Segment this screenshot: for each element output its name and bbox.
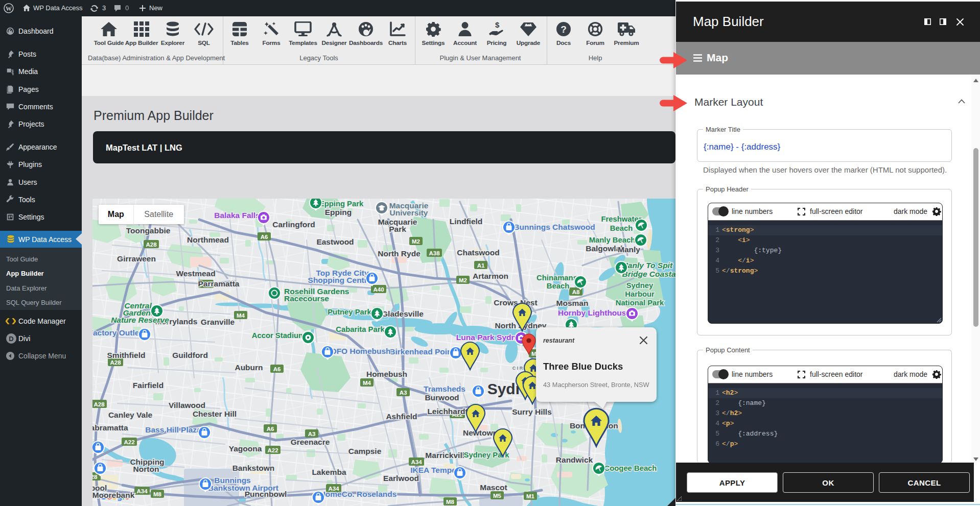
svg-text:M1: M1: [526, 493, 535, 499]
svg-text:Villawood: Villawood: [169, 401, 205, 409]
svg-text:M4: M4: [363, 380, 371, 386]
svg-text:Yagoona: Yagoona: [229, 444, 262, 453]
svg-text:Toongabbie: Toongabbie: [126, 226, 171, 235]
svg-text:Hornby Lighthouse: Hornby Lighthouse: [558, 308, 631, 317]
svg-text:A1: A1: [477, 262, 485, 269]
svg-text:Artarmon: Artarmon: [473, 272, 508, 280]
svg-text:Shopping Centre: Shopping Centre: [308, 276, 372, 284]
svg-text:Granville: Granville: [201, 318, 235, 326]
svg-text:A3: A3: [308, 431, 316, 437]
svg-text:Carlingford: Carlingford: [272, 220, 315, 229]
svg-text:Auburn: Auburn: [235, 363, 263, 372]
svg-text:Epping Park: Epping Park: [319, 200, 364, 208]
svg-text:Canley Vale: Canley Vale: [108, 411, 153, 419]
svg-text:Bunnings Chatswood: Bunnings Chatswood: [514, 223, 595, 231]
svg-text:Beach: Beach: [610, 224, 633, 232]
svg-text:Three Blue Ducks: Three Blue Ducks: [543, 361, 623, 372]
svg-text:Campsie: Campsie: [348, 447, 382, 455]
svg-text:University: University: [390, 208, 428, 217]
svg-text:A28: A28: [110, 359, 121, 366]
svg-text:Harbour: Harbour: [625, 290, 655, 298]
svg-text:Bankstown: Bankstown: [232, 464, 275, 472]
svg-text:Newtown: Newtown: [463, 428, 498, 437]
svg-text:A6: A6: [273, 366, 281, 372]
svg-text:A38: A38: [429, 250, 440, 256]
svg-text:M5: M5: [493, 493, 502, 499]
svg-text:Norton: Norton: [133, 465, 159, 473]
svg-text:M2: M2: [412, 238, 420, 245]
svg-text:A22: A22: [124, 439, 134, 445]
svg-text:Park: Park: [389, 225, 406, 233]
svg-text:Balaka Falls: Balaka Falls: [214, 211, 260, 220]
svg-text:Cabramatta: Cabramatta: [92, 423, 128, 432]
svg-text:Coogee Beach: Coogee Beach: [604, 464, 657, 472]
svg-text:Girraween: Girraween: [117, 254, 156, 263]
svg-text:Gladesville: Gladesville: [382, 309, 424, 318]
svg-text:Mascot: Mascot: [480, 483, 507, 492]
svg-text:Marrickville: Marrickville: [425, 451, 469, 460]
svg-text:D: D: [9, 335, 13, 343]
svg-text:Bridge Coasta: Bridge Coasta: [622, 270, 675, 278]
svg-text:Westmead: Westmead: [176, 269, 215, 278]
svg-text:IKEA Tempe: IKEA Tempe: [410, 466, 456, 474]
svg-text:Lakemba: Lakemba: [312, 468, 346, 476]
svg-text:A22: A22: [267, 447, 278, 453]
svg-text:Epping: Epping: [325, 208, 352, 216]
svg-text:Cabarita Park: Cabarita Park: [336, 325, 385, 333]
svg-text:$: $: [495, 21, 500, 29]
svg-text:Northmead: Northmead: [187, 235, 229, 244]
svg-text:Smithfield: Smithfield: [107, 351, 146, 359]
svg-text:A34: A34: [411, 459, 422, 465]
svg-text:M4: M4: [237, 312, 245, 319]
svg-text:M8: M8: [153, 491, 162, 497]
svg-text:Birkenhead Point: Birkenhead Point: [389, 347, 454, 356]
svg-text:Burwood: Burwood: [425, 393, 459, 402]
svg-text:Mosman: Mosman: [556, 299, 589, 307]
svg-text:Bass Hill Plaza: Bass Hill Plaza: [145, 425, 201, 434]
svg-text:M2: M2: [459, 277, 467, 283]
svg-text:A6: A6: [261, 234, 268, 240]
svg-text:?: ?: [561, 23, 567, 34]
svg-text:Manly: Manly: [618, 245, 640, 254]
svg-text:A34: A34: [136, 488, 148, 494]
svg-text:Racecourse: Racecourse: [284, 294, 329, 303]
svg-text:Moorebank: Moorebank: [92, 491, 135, 499]
svg-text:Bon: Bon: [570, 421, 585, 430]
svg-text:Manly To Spit: Manly To Spit: [621, 261, 673, 270]
svg-text:A28: A28: [146, 242, 157, 248]
svg-text:Eastwood: Eastwood: [316, 237, 354, 246]
svg-text:Ashfield: Ashfield: [386, 412, 417, 421]
svg-text:A6: A6: [267, 426, 274, 432]
svg-text:Leichhardt: Leichhardt: [427, 407, 468, 416]
svg-text:A3: A3: [400, 390, 407, 396]
svg-text:Earlwood: Earlwood: [383, 474, 419, 483]
svg-text:Fairfield: Fairfield: [133, 381, 164, 390]
svg-text:Homebush: Homebush: [366, 370, 407, 378]
svg-text:Parramatta: Parramatta: [198, 279, 240, 288]
svg-text:Nature Reserve: Nature Reserve: [111, 316, 169, 324]
svg-text:A8: A8: [572, 289, 580, 295]
svg-text:Chatswood: Chatswood: [457, 248, 500, 257]
svg-text:Sydney: Sydney: [626, 281, 654, 290]
svg-text:National Park: National Park: [616, 299, 664, 307]
svg-text:Lindfield: Lindfield: [450, 217, 483, 226]
svg-text:Putney Park: Putney Park: [328, 308, 371, 316]
svg-text:Guildford: Guildford: [172, 351, 208, 359]
svg-text:Beach: Beach: [547, 282, 569, 290]
svg-text:A28: A28: [94, 401, 105, 407]
svg-text:28: 28: [92, 474, 98, 480]
svg-text:HomeCo. Roselands: HomeCo. Roselands: [320, 490, 397, 498]
svg-text:Accor Stadium: Accor Stadium: [252, 331, 305, 340]
svg-text:Greenacre: Greenacre: [291, 438, 330, 446]
svg-text:restaurant: restaurant: [543, 337, 575, 344]
svg-text:Chester Hill: Chester Hill: [193, 409, 237, 418]
svg-text:W: W: [6, 5, 12, 12]
svg-text:A40: A40: [373, 286, 384, 293]
svg-text:DFO Homebush: DFO Homebush: [331, 347, 390, 355]
svg-text:Randwick: Randwick: [556, 455, 593, 464]
svg-text:Bankstown Airport: Bankstown Airport: [208, 484, 278, 492]
svg-text:M8: M8: [446, 499, 455, 505]
svg-text:Chinamans: Chinamans: [536, 274, 577, 282]
svg-text:Tramsheds: Tramsheds: [424, 384, 465, 393]
svg-text:Factory Outlet: Factory Outlet: [92, 328, 142, 337]
